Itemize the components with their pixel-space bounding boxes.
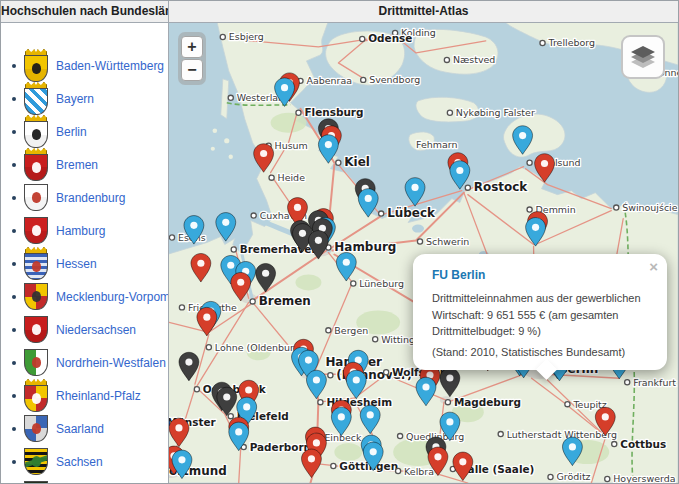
svg-text:Lüneburg: Lüneburg (359, 278, 404, 289)
state-link[interactable]: Hamburg (56, 224, 105, 238)
svg-text:Flensburg: Flensburg (304, 106, 363, 118)
city-dot (498, 432, 503, 437)
city-label: Lohne (Oldenburg) (206, 342, 303, 353)
state-coat-of-arms-icon (23, 217, 49, 244)
svg-text:Aabenraa: Aabenraa (306, 75, 352, 86)
svg-text:Husum: Husum (275, 140, 308, 151)
state-link[interactable]: Sachsen (56, 455, 103, 469)
city-label: Svendborg (361, 74, 421, 85)
state-link[interactable]: Rheinland-Pfalz (56, 389, 141, 403)
state-link[interactable]: Baden-Württemberg (56, 59, 164, 73)
map-title: Drittmittel-Atlas (378, 4, 468, 18)
city-dot (527, 207, 532, 212)
svg-text:Nykøbing Falster: Nykøbing Falster (456, 107, 535, 118)
state-list-item: Bremen (9, 148, 168, 181)
state-list-item: Hessen (9, 247, 168, 280)
city-label: Flensburg (296, 106, 364, 118)
state-link[interactable]: Bremen (56, 158, 98, 172)
svg-text:Gröditz: Gröditz (556, 471, 590, 482)
city-label: Göttingen (331, 460, 398, 472)
city-dot (331, 463, 336, 468)
popup-title-link[interactable]: FU Berlin (432, 268, 647, 282)
svg-text:Rostock: Rostock (474, 180, 528, 194)
city-label: Cottbus (612, 438, 667, 450)
zoom-out-button[interactable]: − (181, 59, 203, 81)
shield-icon (24, 253, 48, 280)
state-list-item: Rheinland-Pfalz (9, 379, 168, 412)
layers-control[interactable] (621, 35, 665, 79)
city-dot (220, 34, 225, 39)
city-dot (612, 441, 617, 446)
map-canvas[interactable]: EsbjergKoldingOdenseAabenraaWesterlandSv… (169, 23, 678, 483)
state-link[interactable]: Niedersachsen (56, 323, 136, 337)
state-link[interactable]: Saarland (56, 422, 104, 436)
city-dot (296, 110, 301, 115)
layers-icon (629, 43, 657, 71)
city-label: Lutherstadt Wittenberg (498, 429, 617, 440)
drittmittel-atlas-page: Hochschulen nach Bundesländern Baden-Wür… (0, 0, 679, 484)
list-bullet (12, 130, 16, 134)
svg-text:Lutherstadt Wittenberg: Lutherstadt Wittenberg (507, 429, 617, 440)
list-bullet (12, 460, 16, 464)
city-dot (527, 160, 532, 165)
city-label: Paderborn (241, 441, 311, 453)
state-link[interactable]: Mecklenburg-Vorpommern (56, 290, 168, 304)
shield-icon (24, 481, 48, 483)
city-label: Aabenraa (298, 75, 352, 86)
svg-text:Bergen: Bergen (334, 325, 368, 336)
city-label: Lübeck (379, 206, 436, 220)
shield-icon (24, 448, 48, 475)
svg-text:Trelleborg: Trelleborg (548, 37, 595, 48)
sidebar-title: Hochschulen nach Bundesländern (1, 4, 168, 18)
state-list-item: Niedersachsen (9, 313, 168, 346)
state-link[interactable]: Hessen (56, 257, 97, 271)
svg-text:Lübeck: Lübeck (387, 206, 436, 220)
state-list-item: Sachsen (9, 445, 168, 478)
state-coat-of-arms-icon (23, 283, 49, 310)
shield-icon (24, 283, 48, 310)
state-link[interactable]: Nordrhein-Westfalen (56, 356, 166, 370)
shield-icon (24, 154, 48, 181)
city-label: Magdeburg (445, 396, 521, 408)
city-dot (417, 239, 422, 244)
state-coat-of-arms-icon (23, 379, 49, 412)
sidebar: Hochschulen nach Bundesländern Baden-Wür… (1, 1, 169, 483)
popup-source-text: (Stand: 2010, Statistisches Bundesamt) (432, 346, 647, 358)
city-dot (326, 328, 331, 333)
city-dot (396, 468, 401, 473)
state-coat-of-arms-icon (23, 448, 49, 475)
state-list-item: Mecklenburg-Vorpommern (9, 280, 168, 313)
list-bullet (12, 229, 16, 233)
city-dot (250, 299, 255, 304)
city-dot (328, 373, 333, 378)
city-dot (228, 95, 233, 100)
svg-text:Magdeburg: Magdeburg (454, 396, 521, 408)
map-popup: × FU Berlin Drittmitteleinnahmen aus der… (413, 254, 667, 377)
state-link[interactable]: Brandenburg (56, 191, 125, 205)
svg-text:Næstved: Næstved (453, 54, 495, 65)
state-coat-of-arms-icon (23, 82, 49, 115)
svg-text:Świnoujście: Świnoujście (622, 202, 678, 213)
city-dot (231, 247, 236, 252)
shield-icon (24, 316, 48, 343)
shield-icon (24, 55, 48, 82)
state-list: Baden-WürttembergBayernBerlinBremenBrand… (1, 49, 168, 483)
state-coat-of-arms-icon (23, 148, 49, 181)
state-list-item: Brandenburg (9, 181, 168, 214)
svg-text:Bremen: Bremen (259, 294, 311, 308)
svg-text:Svendborg: Svendborg (369, 74, 420, 85)
map-header: Drittmittel-Atlas (169, 1, 678, 23)
state-coat-of-arms-icon (23, 316, 49, 343)
state-list-item: Hamburg (9, 214, 168, 247)
zoom-in-button[interactable]: + (181, 36, 203, 58)
list-bullet (12, 196, 16, 200)
popup-close-button[interactable]: × (649, 259, 658, 274)
city-dot (228, 414, 233, 419)
state-coat-of-arms-icon (23, 481, 49, 483)
state-link[interactable]: Berlin (56, 125, 87, 139)
list-bullet (12, 163, 16, 167)
shield-icon (24, 88, 48, 115)
state-link[interactable]: Bayern (56, 92, 94, 106)
state-coat-of-arms-icon (23, 415, 49, 442)
city-dot (361, 77, 366, 82)
